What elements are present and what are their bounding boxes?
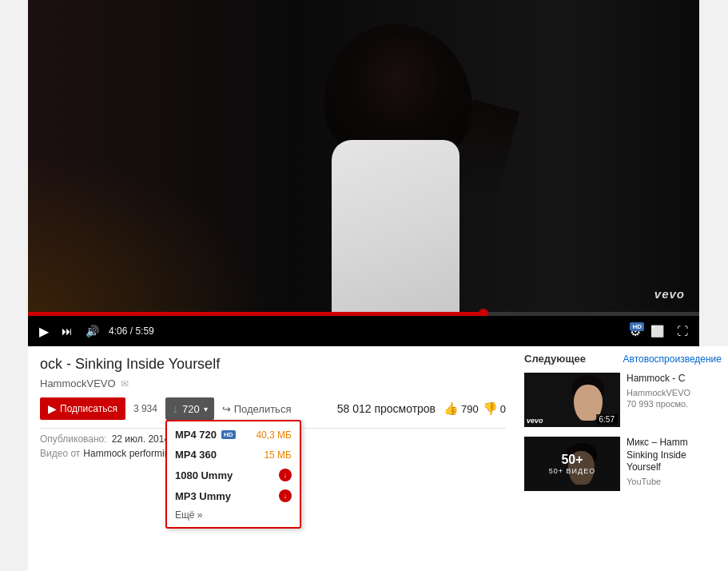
thumbs-up-icon: 👍 <box>444 401 459 416</box>
mail-icon: ✉ <box>121 378 129 389</box>
thumb-vevo-badge-1: vevo <box>527 417 543 425</box>
vevo-watermark: vevo <box>654 287 685 301</box>
sidebar-video-info-1: Hammock - C HammockVEVO 70 993 просмо. <box>627 373 690 427</box>
download-quality-label: 720 <box>182 403 200 415</box>
download-more-link[interactable]: Ещё » <box>167 506 300 524</box>
sidebar-header: Следующее Автовоспроизведение <box>524 353 722 365</box>
download-down-arrow: ↓ <box>172 401 178 416</box>
video-player-wrapper: vevo <box>28 0 699 312</box>
right-sidebar: Следующее Автовоспроизведение 6:57 vevo … <box>518 346 728 571</box>
like-button[interactable]: 👍 790 <box>444 401 479 416</box>
controls-bar: ▶ ⏭ 🔊 4:06 / 5:59 ⚙ HD ⬜ ⛶ <box>28 316 699 346</box>
settings-button[interactable]: ⚙ HD <box>630 324 641 339</box>
subscribe-count: 3 934 <box>133 403 157 414</box>
dl-format-720: MP4 720 <box>175 429 217 441</box>
sidebar-autoplay-label[interactable]: Автовоспроизведение <box>623 353 722 365</box>
sidebar-video-item-2[interactable]: 50+ 50+ ВИДЕО Микс – Hamm Sinking Inside… <box>524 437 722 491</box>
share-icon: ↪ <box>222 403 231 415</box>
dislike-button[interactable]: 👎 0 <box>483 401 506 416</box>
video-by-value: Hammock performing <box>83 448 175 459</box>
dl-format-1080: 1080 Ummy <box>175 469 233 481</box>
download-menu: MP4 720 HD 40,3 МБ MP4 360 15 МБ 1080 Um… <box>165 420 301 529</box>
download-dropdown[interactable]: ↓ 720 ▾ MP4 720 HD 40,3 МБ MP4 360 15 МБ <box>165 397 214 420</box>
dl-ummy-icon-1080: ↓ <box>279 469 292 481</box>
volume-button[interactable]: 🔊 <box>82 323 102 339</box>
download-button[interactable]: ↓ 720 ▾ <box>165 397 214 420</box>
thumb-duration-1: 6:57 <box>596 414 618 425</box>
channel-name[interactable]: HammockVEVO <box>40 377 116 389</box>
dislike-count: 0 <box>500 403 506 415</box>
next-button[interactable]: ⏭ <box>58 323 76 339</box>
dl-format-mp3: MP3 Ummy <box>175 490 231 502</box>
video-by-label: Видео от <box>40 448 80 459</box>
sidebar-video-item-1[interactable]: 6:57 vevo Hammock - C HammockVEVO 70 993… <box>524 373 722 427</box>
subscribe-button[interactable]: ▶ Подписаться <box>40 397 125 420</box>
published-label: Опубликовано: <box>40 433 107 445</box>
play-button[interactable]: ▶ <box>36 322 52 341</box>
video-title: ock - Sinking Inside Yourself <box>40 356 506 373</box>
dropdown-chevron: ▾ <box>204 405 208 413</box>
sidebar-channel-2: YouTube <box>627 477 722 486</box>
dl-format-360: MP4 360 <box>175 449 217 461</box>
download-item-mp4-360[interactable]: MP4 360 15 МБ <box>167 445 300 465</box>
video-info-panel: ock - Sinking Inside Yourself HammockVEV… <box>28 346 518 571</box>
view-count: 58 012 просмотров <box>337 402 436 415</box>
like-count: 790 <box>461 403 479 415</box>
download-item-1080-ummy[interactable]: 1080 Ummy ↓ <box>167 465 300 485</box>
download-item-mp3-ummy[interactable]: MP3 Ummy ↓ <box>167 485 300 506</box>
action-row: ▶ Подписаться 3 934 ↓ 720 ▾ MP4 720 HD 4… <box>40 397 506 420</box>
video-frame: vevo <box>28 0 699 312</box>
sidebar-video-title-2: Микс – Hamm Sinking Inside Yourself <box>627 437 722 474</box>
sidebar-video-title-1: Hammock - C <box>627 373 690 385</box>
likes-row: 👍 790 👎 0 <box>444 401 506 416</box>
hd-badge: HD <box>630 322 644 331</box>
thumb-50plus-badge: 50+ 50+ ВИДЕО <box>524 437 620 491</box>
dl-size-720: 40,3 МБ <box>256 429 292 441</box>
sidebar-views-1: 70 993 просмо. <box>627 399 690 409</box>
thumbs-down-icon: 👎 <box>483 401 498 416</box>
dl-ummy-icon-mp3: ↓ <box>279 489 292 502</box>
download-item-mp4-720[interactable]: MP4 720 HD 40,3 МБ <box>167 425 300 445</box>
hd-badge-720: HD <box>221 430 236 439</box>
sidebar-channel-1: HammockVEVO <box>627 388 690 397</box>
time-display: 4:06 / 5:59 <box>109 325 154 337</box>
sidebar-video-info-2: Микс – Hamm Sinking Inside Yourself YouT… <box>627 437 722 491</box>
sidebar-next-label: Следующее <box>524 353 586 365</box>
miniplayer-button[interactable]: ⬜ <box>647 323 667 339</box>
dl-size-360: 15 МБ <box>264 449 292 461</box>
sidebar-thumb-2: 50+ 50+ ВИДЕО <box>524 437 620 491</box>
share-button[interactable]: ↪ Поделиться <box>222 403 292 415</box>
channel-row: HammockVEVO ✉ <box>40 377 506 389</box>
sidebar-thumb-1: 6:57 vevo <box>524 373 620 427</box>
fullscreen-button[interactable]: ⛶ <box>674 323 691 339</box>
